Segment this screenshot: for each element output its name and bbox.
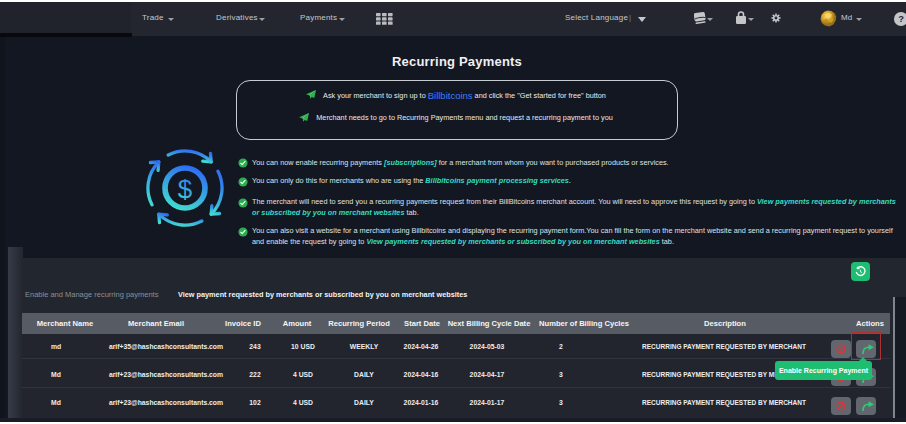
svg-text:?: ?	[898, 13, 904, 24]
svg-text:$: $	[178, 174, 193, 204]
